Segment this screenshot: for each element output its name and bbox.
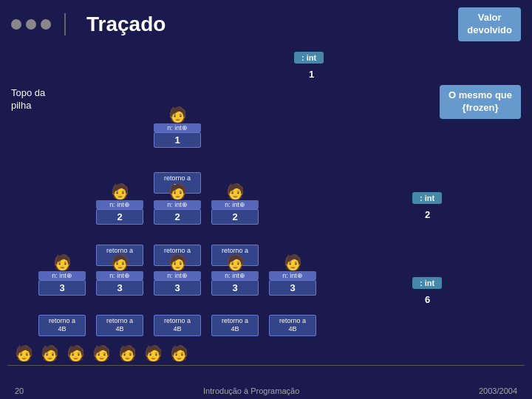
footer-course: Introdução à Programação [203, 386, 299, 395]
person-icon-7: 🧑 [226, 255, 245, 270]
person-icon-1: 🧑 [111, 184, 129, 199]
person-icon-8: 🧑 [284, 255, 302, 270]
val-4: 3 [38, 280, 86, 296]
call-col-8: 🧑 n: int⊕ 3 [269, 255, 316, 296]
val-3: 2 [211, 209, 259, 225]
retorno-4b-1: retorno a 4B [96, 315, 143, 336]
n-int-label-8: n: int⊕ [269, 271, 316, 280]
person-icon-0: 🧑 [168, 107, 187, 122]
person-icon-3: 🧑 [226, 184, 245, 199]
int-badge-bot: : int [412, 277, 442, 289]
call-col-2: 🧑 n: int⊕ 2 [154, 184, 201, 225]
n-int-label-6: n: int⊕ [154, 271, 201, 280]
val-1: 2 [96, 209, 143, 225]
call-col-6: 🧑 n: int⊕ 3 [154, 255, 201, 296]
page-title: Traçado [86, 13, 166, 36]
n-int-label-4: n: int⊕ [38, 271, 86, 280]
footer-year: 2003/2004 [479, 386, 517, 395]
n-int-label-1: n: int⊕ [96, 200, 143, 209]
retorno-4b-0: retorno a 4B [38, 315, 86, 336]
diagram-scene: 🧑 n: int⊕ 1 : int 1 retorno a 3B 🧑 n: in… [7, 41, 525, 377]
call-col-3: 🧑 n: int⊕ 2 [211, 184, 259, 225]
int-val-mid: 2 [425, 209, 430, 220]
person-icon-6: 🧑 [168, 255, 187, 270]
call-col-0: 🧑 n: int⊕ 1 [154, 107, 201, 148]
int-val-top: 1 [309, 69, 314, 80]
base-person-6: 🧑 [170, 346, 188, 361]
header: Traçado Valor devolvido [0, 0, 532, 45]
base-person-5: 🧑 [144, 346, 163, 361]
call-col-4: 🧑 n: int⊕ 3 [38, 255, 86, 296]
base-person-3: 🧑 [92, 346, 111, 361]
valor-devolvido-box: Valor devolvido [458, 7, 521, 41]
val-5: 3 [96, 280, 143, 296]
retorno-4b-4: retorno a 4B [269, 315, 316, 336]
base-person-4: 🧑 [118, 346, 137, 361]
divider-line [7, 365, 525, 366]
footer: 20 Introdução à Programação 2003/2004 [0, 386, 532, 395]
int-badge-mid: : int [412, 192, 442, 204]
n-int-label-3: n: int⊕ [211, 200, 259, 209]
person-icon-5: 🧑 [111, 255, 129, 270]
retorno-4b-3: retorno a 4B [211, 315, 259, 336]
footer-page: 20 [15, 386, 24, 395]
val-8: 3 [269, 280, 316, 296]
call-col-7: 🧑 n: int⊕ 3 [211, 255, 259, 296]
n-int-label-7: n: int⊕ [211, 271, 259, 280]
n-int-label-2: n: int⊕ [154, 200, 201, 209]
call-col-5: 🧑 n: int⊕ 3 [96, 255, 143, 296]
val-0: 1 [154, 132, 201, 148]
dot-1 [11, 19, 21, 30]
n-int-label-5: n: int⊕ [96, 271, 143, 280]
val-6: 3 [154, 280, 201, 296]
call-col-1: 🧑 n: int⊕ 2 [96, 184, 143, 225]
int-badge-top: : int [294, 52, 324, 64]
retorno-4b-2: retorno a 4B [154, 315, 201, 336]
dot-2 [26, 19, 36, 30]
val-7: 3 [211, 280, 259, 296]
base-person-2: 🧑 [66, 346, 85, 361]
base-person-0: 🧑 [15, 346, 33, 361]
dots [11, 19, 51, 30]
val-2: 2 [154, 209, 201, 225]
n-int-label-0: n: int⊕ [154, 123, 201, 132]
base-person-row: 🧑 🧑 🧑 🧑 🧑 🧑 🧑 [15, 346, 188, 361]
person-icon-2: 🧑 [168, 184, 187, 199]
base-person-1: 🧑 [41, 346, 59, 361]
int-val-bot: 6 [425, 294, 430, 305]
valor-devolvido-label: Valor devolvido [467, 12, 512, 35]
divider [64, 13, 66, 35]
person-icon-4: 🧑 [53, 255, 72, 270]
dot-3 [41, 19, 51, 30]
